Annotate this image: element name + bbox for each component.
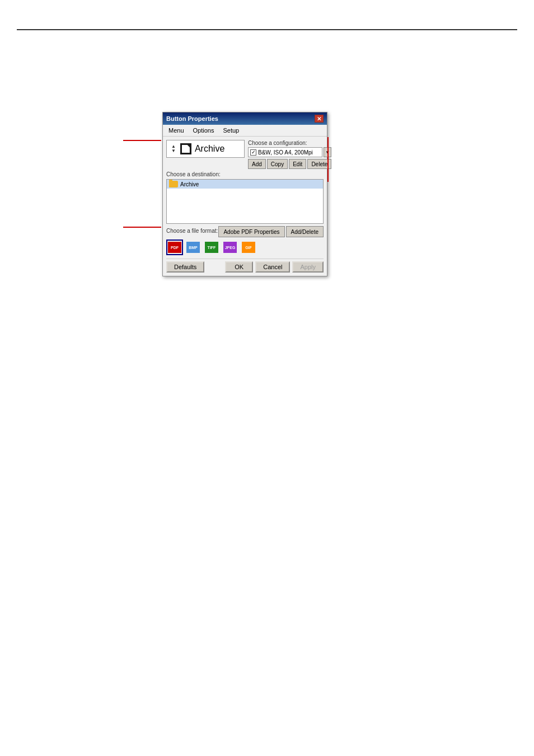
defaults-button[interactable]: Defaults (166, 261, 204, 273)
folder-icon (169, 181, 178, 187)
nav-arrows: ▲ ▼ (171, 144, 176, 153)
dialog-title: Button Properties (166, 115, 218, 122)
annotation-line-right-vertical (327, 137, 329, 182)
cancel-button[interactable]: Cancel (255, 261, 290, 273)
format-label: Choose a file format: (166, 228, 218, 234)
app-icon (180, 143, 191, 154)
destination-item-text: Archive (180, 181, 199, 187)
bmp-icon: BMP (186, 242, 200, 253)
jpeg-icon: JPEG (223, 242, 237, 253)
gif-icon: GIF (242, 242, 255, 253)
apply-button[interactable]: Apply (292, 261, 324, 273)
annotation-line-left-bottom (123, 227, 161, 228)
config-area: Choose a configuration: ✓ B&W, ISO A4, 2… (248, 140, 331, 169)
format-icons: PDF BMP TIFF JPEG GIF (166, 240, 324, 255)
menu-item-setup[interactable]: Setup (219, 126, 242, 135)
menu-item-options[interactable]: Options (190, 126, 218, 135)
menu-item-menu[interactable]: Menu (165, 126, 188, 135)
ok-button[interactable]: OK (225, 261, 253, 273)
config-checkbox-row: ✓ B&W, ISO A4, 200Mpi (248, 147, 322, 157)
format-icon-tiff[interactable]: TIFF (203, 240, 220, 255)
title-bar: Button Properties ✕ (163, 112, 327, 125)
config-value: B&W, ISO A4, 200Mpi (258, 149, 320, 156)
format-icon-pdf[interactable]: PDF (166, 240, 183, 255)
top-rule (17, 29, 517, 30)
config-label: Choose a configuration: (248, 140, 331, 146)
icon-label-area: ▲ ▼ Archive (166, 140, 245, 158)
copy-button[interactable]: Copy (267, 159, 288, 169)
add-delete-button[interactable]: Add/Delete (286, 226, 324, 237)
config-buttons: Add Copy Edit Delete (248, 159, 331, 169)
format-action-buttons: Adobe PDF Properties Add/Delete (218, 226, 324, 237)
format-icon-gif[interactable]: GIF (240, 240, 257, 255)
format-icon-bmp[interactable]: BMP (185, 240, 202, 255)
destination-list: Archive (166, 179, 324, 224)
edit-button[interactable]: Edit (289, 159, 306, 169)
nav-arrow-down[interactable]: ▼ (171, 149, 176, 153)
bottom-buttons: Defaults OK Cancel Apply (166, 259, 324, 273)
archive-label: Archive (195, 144, 224, 154)
tiff-icon: TIFF (205, 242, 218, 253)
dialog-wrapper: Button Properties ✕ Menu Options Setup ▲… (162, 112, 327, 276)
destination-label: Choose a destination: (166, 171, 324, 177)
format-icon-jpeg[interactable]: JPEG (222, 240, 238, 255)
bottom-btn-group: OK Cancel Apply (225, 261, 324, 273)
dialog-button-properties: Button Properties ✕ Menu Options Setup ▲… (162, 112, 327, 276)
config-checkbox[interactable]: ✓ (250, 149, 256, 156)
close-button[interactable]: ✕ (315, 115, 324, 123)
format-row: Choose a file format: Adobe PDF Properti… (166, 226, 324, 237)
adobe-pdf-properties-button[interactable]: Adobe PDF Properties (218, 226, 284, 237)
config-row: ✓ B&W, ISO A4, 200Mpi ▼ (248, 147, 331, 157)
dialog-body: ▲ ▼ Archive Choose a configuration: ✓ B&… (163, 137, 327, 276)
destination-item[interactable]: Archive (167, 180, 323, 189)
add-button[interactable]: Add (248, 159, 266, 169)
annotation-line-left (123, 140, 161, 141)
pdf-icon: PDF (168, 242, 181, 253)
app-icon-inner (182, 145, 190, 153)
menu-bar: Menu Options Setup (163, 125, 327, 137)
top-section: ▲ ▼ Archive Choose a configuration: ✓ B&… (166, 140, 324, 169)
